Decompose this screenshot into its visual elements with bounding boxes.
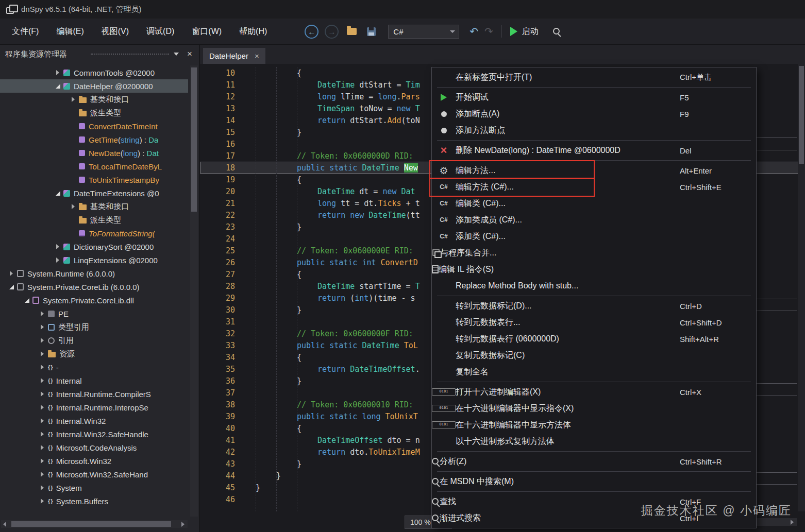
tree-item[interactable]: 基类和接口	[0, 200, 188, 213]
save-icon[interactable]	[367, 27, 376, 36]
chevron-expanded-icon[interactable]	[54, 191, 62, 196]
line-number[interactable]: 36	[200, 376, 241, 386]
scrollbar-thumb[interactable]	[191, 67, 197, 212]
tree-item[interactable]: System.Runtime (6.0.0.0)	[0, 267, 188, 280]
line-number[interactable]: 29	[200, 294, 241, 303]
tree-item[interactable]: DateHelper @0200000	[0, 79, 188, 93]
scroll-right-icon[interactable]	[790, 520, 796, 524]
line-number[interactable]: 10	[200, 68, 241, 78]
line-number[interactable]: 40	[200, 424, 241, 433]
context-menu-item[interactable]: 在新标签页中打开(T)Ctrl+单击	[432, 69, 756, 85]
tree-horizontal-scrollbar[interactable]	[1, 520, 188, 528]
scroll-right-icon[interactable]	[180, 522, 187, 526]
line-number[interactable]: 25	[200, 246, 241, 255]
chevron-collapsed-icon[interactable]	[38, 351, 46, 356]
chevron-collapsed-icon[interactable]	[54, 244, 62, 249]
chevron-collapsed-icon[interactable]	[38, 472, 46, 477]
context-menu-item[interactable]: 以十六进制形式复制方法体	[432, 433, 756, 450]
undo-icon[interactable]: ↶	[469, 26, 478, 37]
panel-menu-icon[interactable]	[171, 45, 181, 63]
tree-item[interactable]: 类型引用	[0, 320, 188, 334]
chevron-collapsed-icon[interactable]	[69, 97, 77, 102]
context-menu-item[interactable]: 分析(Z)Ctrl+Shift+R	[432, 453, 756, 470]
chevron-collapsed-icon[interactable]	[7, 271, 15, 276]
line-number[interactable]: 21	[200, 199, 241, 208]
context-menu-item[interactable]: 复制全名	[432, 364, 756, 380]
tree-item[interactable]: { }Internal.Win32.SafeHandle	[0, 427, 188, 441]
line-number[interactable]: 20	[200, 187, 241, 196]
menubar-item[interactable]: 调试(D)	[138, 19, 183, 44]
chevron-collapsed-icon[interactable]	[38, 405, 46, 410]
menubar-item[interactable]: 帮助(H)	[230, 19, 276, 44]
line-number[interactable]: 17	[200, 151, 241, 161]
navigate-forward-icon[interactable]: →	[325, 25, 339, 39]
tree-item[interactable]: GetTime(string) : Da	[0, 133, 188, 146]
line-number[interactable]: 11	[200, 80, 241, 90]
tree-item[interactable]: { }Internal.Runtime.CompilerS	[0, 387, 188, 401]
tree-item[interactable]: DictionarySort @02000	[0, 240, 188, 253]
tree-item[interactable]: { }Microsoft.CodeAnalysis	[0, 441, 188, 454]
context-menu-item[interactable]: Replace Method Body with stub...	[432, 278, 756, 294]
context-menu-item[interactable]: 0101打开十六进制编辑器(X)Ctrl+X	[432, 384, 756, 400]
line-number[interactable]: 23	[200, 222, 241, 232]
tree-item[interactable]: CommonTools @02000	[0, 66, 188, 79]
chevron-collapsed-icon[interactable]	[38, 391, 46, 397]
panel-close-icon[interactable]: ×	[185, 45, 195, 63]
line-number[interactable]: 16	[200, 140, 241, 149]
tree-item[interactable]: NewDate(long) : Dat	[0, 146, 188, 160]
tree-item[interactable]: 派生类型	[0, 106, 188, 119]
tree-item[interactable]: { }Microsoft.Win32	[0, 454, 188, 468]
tree-item[interactable]: { }-	[0, 361, 188, 374]
scroll-left-icon[interactable]	[2, 522, 8, 526]
chevron-collapsed-icon[interactable]	[54, 258, 62, 263]
context-menu-item[interactable]: 转到元数据标记(D)...Ctrl+D	[432, 298, 756, 314]
panel-grip[interactable]	[91, 54, 169, 55]
tree-item[interactable]: LinqExtensions @02000	[0, 253, 188, 267]
chevron-collapsed-icon[interactable]	[38, 311, 46, 316]
tree-item[interactable]: 引用	[0, 334, 188, 347]
chevron-collapsed-icon[interactable]	[38, 485, 46, 490]
line-number[interactable]: 44	[200, 471, 241, 480]
tree-item[interactable]: ToUnixTimestampBy	[0, 173, 188, 186]
line-number[interactable]: 33	[200, 341, 241, 350]
line-number[interactable]: 35	[200, 365, 241, 374]
context-menu-item[interactable]: 0101在十六进制编辑器中显示方法体	[432, 417, 756, 433]
menubar-item[interactable]: 编辑(E)	[47, 19, 92, 44]
line-number[interactable]: 26	[200, 258, 241, 267]
context-menu-item[interactable]: 与程序集合并...	[432, 245, 756, 261]
context-menu-item[interactable]: 复制元数据标记(C)	[432, 347, 756, 364]
context-menu-item[interactable]: C#编辑方法 (C#)...Ctrl+Shift+E	[432, 179, 756, 195]
language-select[interactable]: C#	[388, 25, 459, 39]
line-number[interactable]: 34	[200, 353, 241, 362]
line-number[interactable]: 18	[200, 163, 241, 173]
context-menu-item[interactable]: 转到元数据表行 (0600000D)Shift+Alt+R	[432, 331, 756, 347]
context-menu-item[interactable]: 删除 NewDate(long) : DateTime @0600000DDel	[432, 142, 756, 159]
line-number[interactable]: 13	[200, 104, 241, 113]
chevron-collapsed-icon[interactable]	[38, 499, 46, 504]
tree-item[interactable]: PE	[0, 307, 188, 320]
line-number[interactable]: 46	[200, 495, 241, 504]
context-menu-item[interactable]: 编辑方法...Alt+Enter	[432, 162, 756, 179]
line-number[interactable]: 19	[200, 175, 241, 184]
context-menu-item[interactable]: 转到元数据表行...Ctrl+Shift+D	[432, 314, 756, 331]
tab-datehelper[interactable]: DateHelper ×	[203, 48, 265, 64]
tree-item[interactable]: ToFormattedString(	[0, 227, 188, 240]
editor-vertical-scrollbar[interactable]	[798, 64, 805, 511]
chevron-collapsed-icon[interactable]	[38, 458, 46, 464]
line-number[interactable]: 22	[200, 211, 241, 220]
line-number[interactable]: 42	[200, 448, 241, 457]
context-menu-item[interactable]: C#添加类 (C#)...	[432, 228, 756, 245]
menubar-item[interactable]: 文件(F)	[3, 19, 47, 44]
tree-item[interactable]: { }System.Buffers	[0, 494, 188, 508]
chevron-collapsed-icon[interactable]	[38, 378, 46, 383]
line-number[interactable]: 32	[200, 329, 241, 338]
tree-item[interactable]: 资源	[0, 347, 188, 361]
tree-item[interactable]: { }Internal.Runtime.InteropSe	[0, 401, 188, 414]
line-number[interactable]: 27	[200, 270, 241, 279]
tree-item[interactable]: 基类和接口	[0, 93, 188, 106]
redo-icon[interactable]: ↷	[484, 26, 493, 37]
line-number[interactable]: 43	[200, 459, 241, 469]
scrollbar-thumb[interactable]	[799, 66, 804, 164]
tree-item[interactable]: System.Private.CoreLib.dll	[0, 294, 188, 307]
line-number[interactable]: 45	[200, 483, 241, 492]
